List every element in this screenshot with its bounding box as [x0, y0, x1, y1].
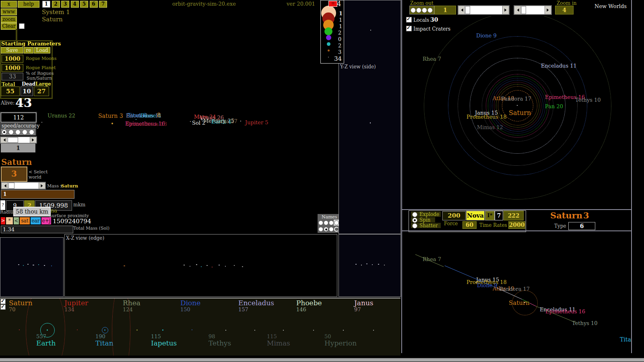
zoom-button[interactable]: zoom	[1, 16, 17, 23]
speed-accuracy-panel: speed/accuracy	[0, 123, 36, 136]
world-select-scrollbar[interactable]	[1, 182, 46, 189]
system-tab-1[interactable]: 1	[42, 1, 50, 8]
v60-input[interactable]: 60	[462, 221, 477, 229]
zoom-radio-4[interactable]	[427, 8, 433, 13]
sat-button[interactable]: sat	[20, 217, 30, 224]
system-tab-2[interactable]: 2	[52, 1, 60, 8]
system-tab-4[interactable]: 4	[71, 1, 79, 8]
names-radio-2[interactable]	[324, 220, 328, 225]
sim-label-iapetus: Iapetus	[151, 339, 177, 347]
rogue-planet-input[interactable]: 1000	[2, 64, 23, 72]
lt-button[interactable]: <	[14, 217, 19, 224]
sim-label-34: 34	[334, 56, 342, 62]
explode-radio[interactable]	[412, 212, 417, 217]
system-tab-5[interactable]: 5	[80, 1, 88, 8]
speed-radio-4[interactable]	[22, 130, 27, 135]
sim-label-mimas: Mimas	[267, 339, 290, 347]
sim-label-prometheus-18: Prometheus 18	[127, 121, 167, 127]
ej-button[interactable]: e+j	[41, 217, 51, 224]
www-button[interactable]: www	[1, 8, 17, 15]
impact-craters-checkbox[interactable]	[406, 26, 412, 31]
names-radio-1[interactable]	[318, 220, 323, 225]
zoom-scrollbar-1[interactable]	[458, 5, 510, 15]
sim-label-70: 70	[9, 307, 16, 313]
sim-dot	[254, 330, 255, 331]
selected-body-number: 3	[583, 210, 589, 220]
shatter-radio[interactable]	[412, 223, 417, 228]
zoom-in-value[interactable]: 4	[555, 6, 574, 14]
star-button[interactable]: *	[6, 217, 13, 224]
seven-box[interactable]: 7	[495, 211, 503, 220]
force-value-input[interactable]: 200	[442, 211, 466, 220]
sim-dot	[196, 264, 197, 265]
save-button[interactable]: Save	[1, 47, 23, 53]
step-value-box[interactable]: 1	[1, 144, 35, 152]
system-tab-7[interactable]: 7	[99, 1, 107, 8]
names-radio-7[interactable]	[329, 227, 334, 232]
locals-checkbox[interactable]	[406, 17, 412, 23]
sim-label-jupiter-5: Jupiter 5	[245, 120, 268, 125]
system-tab-3[interactable]: 3	[61, 1, 69, 8]
names-radio-6[interactable]	[324, 227, 328, 232]
v2000-input[interactable]: 2000	[508, 221, 525, 229]
load-button[interactable]: Load	[34, 47, 50, 53]
gt-button[interactable]: >	[1, 217, 5, 224]
names-radio-3[interactable]	[329, 220, 334, 225]
zoom-scrollbar-2[interactable]	[514, 5, 552, 15]
speed-radio-1[interactable]	[2, 130, 7, 135]
v222-input[interactable]: 222	[504, 211, 524, 220]
names-radio-4[interactable]	[334, 220, 339, 225]
scrollbar-thumb[interactable]	[521, 6, 526, 14]
speed-radio-5[interactable]	[29, 130, 34, 135]
question-button[interactable]: ?	[0, 200, 5, 210]
system-tab-6[interactable]: 6	[90, 1, 98, 8]
sim-dot	[225, 330, 226, 331]
xz-left-panel	[0, 237, 64, 297]
speed-radio-3[interactable]	[15, 130, 21, 135]
total-mass-input[interactable]: 1.34	[1, 226, 73, 233]
roster-checkbox-2[interactable]	[0, 304, 6, 310]
sim-count-input[interactable]: 112	[1, 113, 36, 122]
zoom-radio-1[interactable]	[411, 8, 416, 13]
type-value-box[interactable]: 6	[568, 222, 595, 230]
clear-button[interactable]: Clear	[1, 23, 17, 30]
body-number-box[interactable]: 3	[1, 167, 27, 182]
horizontal-scrollbar[interactable]	[0, 358, 644, 362]
sim-dot	[201, 266, 202, 267]
sim-dot	[361, 265, 362, 265]
spin-radio[interactable]	[412, 218, 417, 223]
scrollbar-thumb[interactable]	[8, 137, 18, 143]
clear-checkbox[interactable]	[19, 23, 25, 29]
radius-input[interactable]: 58 thou km	[13, 207, 51, 216]
distance-unit: mkm	[73, 202, 85, 208]
ear-button[interactable]: ear	[31, 217, 41, 224]
rogue-moons-input[interactable]: 1000	[2, 55, 23, 63]
spin-label: Spin	[419, 217, 430, 223]
speed-radio-2[interactable]	[8, 130, 14, 135]
zoom-radio-2[interactable]	[416, 8, 421, 13]
zoom-out-value[interactable]: 1	[434, 6, 456, 14]
surface-proximity-value: 1509240794	[53, 218, 91, 225]
nova-button[interactable]: Nova	[466, 211, 485, 220]
help-button[interactable]: help	[18, 1, 39, 8]
sim-label-146: 146	[296, 307, 306, 313]
sim-label-3: 3	[338, 49, 341, 55]
refresh-icon[interactable]	[334, 227, 339, 232]
mass-input[interactable]: 1	[1, 190, 74, 199]
sim-dot	[343, 330, 344, 331]
dead-count: 10	[21, 86, 33, 96]
close-button[interactable]: x	[1, 1, 17, 8]
scrollbar-thumb[interactable]	[8, 183, 14, 189]
rogue-pct-input[interactable]: 33	[2, 73, 23, 80]
zoom-radio-3[interactable]	[422, 8, 427, 13]
legend-equals-button[interactable]: =	[328, 1, 337, 7]
re-button[interactable]: re	[24, 47, 33, 53]
sim-label-hyperion: Hyperion	[324, 339, 357, 347]
names-radio-5[interactable]	[318, 227, 323, 232]
speed-scrollbar[interactable]	[0, 136, 37, 144]
sim-dot	[190, 121, 191, 122]
scrollbar-thumb[interactable]	[465, 6, 470, 14]
app-title: orbit-gravity-sim-20.exe	[172, 1, 236, 7]
istar-button[interactable]: I*	[485, 211, 495, 220]
sim-dot	[136, 329, 138, 331]
